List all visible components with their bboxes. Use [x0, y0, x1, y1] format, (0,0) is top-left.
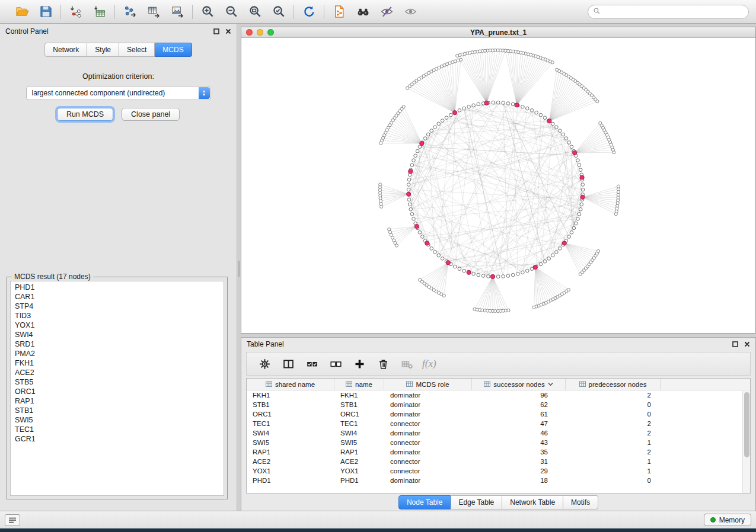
cell-predecessor-nodes: 2 — [566, 447, 661, 457]
export-network-button[interactable] — [121, 3, 139, 21]
network-graph[interactable] — [241, 38, 755, 333]
close-window-icon[interactable] — [246, 29, 253, 36]
cell-shared-name: RAP1 — [247, 447, 334, 457]
delete-table-button[interactable] — [397, 355, 416, 373]
table-row[interactable]: YOX1YOX1connector291 — [247, 466, 750, 476]
panel-splitter[interactable] — [237, 24, 241, 511]
select-all-columns-button[interactable] — [302, 355, 321, 373]
table-mode-gear-button[interactable] — [255, 355, 274, 373]
add-column-button[interactable] — [350, 355, 369, 373]
mcds-result-item[interactable]: STB5 — [11, 377, 224, 387]
mcds-result-item[interactable]: YOX1 — [11, 321, 224, 330]
table-toolbar: f(x) — [246, 352, 751, 376]
status-menu-button[interactable] — [5, 514, 20, 526]
status-bar: Memory — [0, 511, 756, 528]
show-all-button[interactable] — [401, 3, 419, 21]
optimization-criterion-select[interactable]: largest connected component (undirected)… — [26, 86, 211, 100]
show-column-panel-button[interactable] — [279, 355, 298, 373]
mcds-result-item[interactable]: STP4 — [11, 302, 224, 311]
mcds-result-item[interactable]: STB1 — [11, 406, 224, 415]
import-network-from-file-icon — [69, 5, 83, 18]
control-panel-tabbar: NetworkStyleSelectMCDS — [0, 39, 237, 59]
tab-network-table[interactable]: Network Table — [502, 495, 563, 509]
menu-lines-icon — [8, 517, 17, 524]
cell-mcds-role: dominator — [384, 390, 472, 400]
open-folder-button[interactable] — [13, 3, 31, 21]
mcds-result-item[interactable]: PMA2 — [11, 349, 224, 358]
find-button[interactable] — [354, 3, 372, 21]
mcds-result-item[interactable]: SWI4 — [11, 330, 224, 339]
run-mcds-button[interactable]: Run MCDS — [57, 108, 113, 121]
column-header-MCDS-role[interactable]: MCDS role — [384, 379, 472, 390]
import-table-from-file-button[interactable] — [91, 3, 109, 21]
zoom-fit-button[interactable] — [246, 3, 264, 21]
deselect-all-columns-button[interactable] — [326, 355, 345, 373]
memory-button[interactable]: Memory — [704, 514, 751, 526]
tab-edge-table[interactable]: Edge Table — [451, 495, 502, 509]
hide-selected-button[interactable] — [378, 3, 395, 21]
column-header-name[interactable]: name — [334, 379, 384, 390]
function-builder-button[interactable]: f(x) — [421, 355, 436, 373]
table-row[interactable]: PHD1PHD1dominator180 — [247, 476, 750, 485]
cell-name: SWI4 — [334, 428, 384, 438]
table-row[interactable]: ACE2ACE2connector311 — [247, 457, 750, 466]
column-header-successor-nodes[interactable]: successor nodes — [472, 379, 566, 390]
mcds-result-item[interactable]: ORC1 — [11, 387, 224, 396]
delete-columns-button[interactable] — [374, 355, 393, 373]
table-row[interactable]: SWI5SWI5connector431 — [247, 438, 750, 447]
mcds-result-item[interactable]: GCR1 — [11, 434, 224, 444]
save-button[interactable] — [37, 3, 55, 21]
zoom-in-button[interactable] — [199, 3, 216, 21]
close-panel-button[interactable]: Close panel — [122, 108, 180, 121]
table-row[interactable]: STB1STB1dominator620 — [247, 400, 750, 409]
toolbar-group — [7, 3, 60, 21]
network-canvas[interactable] — [241, 38, 755, 333]
mcds-result-item[interactable]: TEC1 — [11, 425, 224, 434]
table-row[interactable]: TEC1TEC1connector472 — [247, 419, 750, 428]
scrollbar-thumb[interactable] — [744, 392, 749, 457]
close-table-panel-icon[interactable] — [744, 341, 750, 347]
control-panel-title: Control Panel — [5, 27, 49, 36]
minimize-window-icon[interactable] — [257, 29, 263, 36]
search-box[interactable] — [588, 5, 749, 19]
cell-predecessor-nodes: 2 — [566, 390, 661, 400]
export-image-button[interactable] — [168, 3, 186, 21]
tab-network[interactable]: Network — [44, 43, 87, 57]
table-row[interactable]: FKH1FKH1dominator962 — [247, 390, 750, 400]
cell-successor-nodes: 96 — [472, 390, 566, 400]
column-header-shared-name[interactable]: shared name — [247, 379, 334, 390]
table-scrollbar[interactable] — [742, 391, 750, 493]
table-row[interactable]: ORC1ORC1dominator610 — [247, 409, 750, 419]
tab-mcds[interactable]: MCDS — [155, 43, 192, 57]
export-table-button[interactable] — [145, 3, 162, 21]
zoom-selected-button[interactable] — [270, 3, 288, 21]
cell-shared-name: YOX1 — [247, 466, 334, 476]
search-input[interactable] — [604, 8, 744, 16]
mcds-result-item[interactable]: SRD1 — [11, 339, 224, 349]
mcds-result-item[interactable]: FKH1 — [11, 358, 224, 368]
tab-motifs[interactable]: Motifs — [563, 495, 598, 509]
splitter-handle-icon[interactable] — [238, 261, 240, 277]
column-header-predecessor-nodes[interactable]: predecessor nodes — [566, 379, 661, 390]
table-row[interactable]: RAP1RAP1dominator352 — [247, 447, 750, 457]
tab-select[interactable]: Select — [119, 43, 155, 57]
mcds-result-item[interactable]: PHD1 — [11, 283, 224, 292]
network-window-titlebar[interactable]: YPA_prune.txt_1 — [241, 27, 755, 38]
float-panel-icon[interactable] — [213, 28, 219, 34]
mcds-result-item[interactable]: CAR1 — [11, 292, 224, 302]
import-network-from-file-button[interactable] — [67, 3, 85, 21]
maximize-window-icon[interactable] — [267, 29, 274, 36]
mcds-result-item[interactable]: RAP1 — [11, 396, 224, 406]
close-panel-icon[interactable] — [225, 28, 231, 34]
new-network-from-selection-button[interactable] — [330, 3, 348, 21]
table-row[interactable]: SWI4SWI4dominator462 — [247, 428, 750, 438]
mcds-result-item[interactable]: SWI5 — [11, 415, 224, 425]
mcds-result-item[interactable]: ACE2 — [11, 368, 224, 377]
tab-style[interactable]: Style — [87, 43, 119, 57]
mcds-result-item[interactable]: TID3 — [11, 311, 224, 321]
node-table: shared namenameMCDS rolesuccessor nodesp… — [246, 378, 751, 493]
apply-preferred-layout-button[interactable] — [300, 3, 318, 21]
float-table-panel-icon[interactable] — [732, 341, 738, 347]
zoom-out-button[interactable] — [222, 3, 240, 21]
tab-node-table[interactable]: Node Table — [398, 495, 451, 509]
